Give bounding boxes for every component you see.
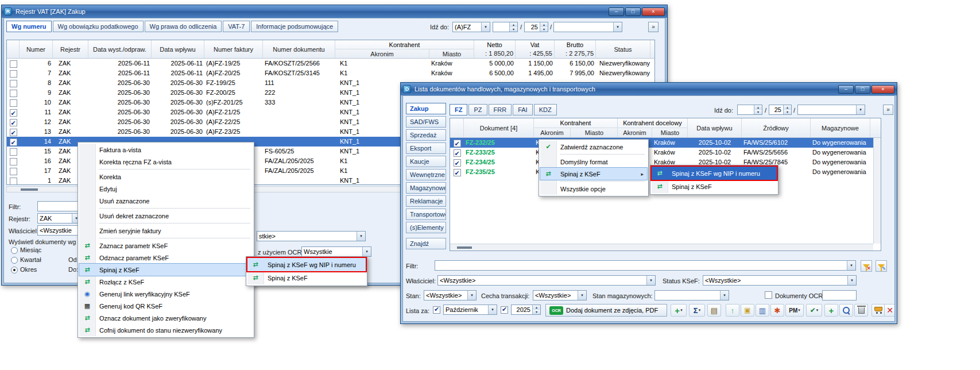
radio-okres[interactable] [11, 267, 18, 273]
stan-combo[interactable]: <Wszystkie> [424, 290, 477, 300]
sidebar-item-magazynowe[interactable]: Magazynowe [406, 182, 446, 194]
tab-vat-7[interactable]: VAT-7 [223, 21, 250, 32]
row-checkbox[interactable] [10, 129, 17, 136]
chevron-down-icon[interactable] [847, 261, 855, 270]
row-checkbox[interactable] [10, 148, 17, 156]
menu-item-edytuj[interactable]: Edytuj [79, 183, 253, 195]
menu-item-wszystkie-opcje[interactable]: Wszystkie opcje [540, 183, 647, 195]
row-checkbox[interactable] [10, 60, 17, 68]
radio-miesiac[interactable] [11, 247, 18, 254]
chevron-down-icon[interactable] [488, 305, 497, 314]
window2-titlebar[interactable]: D Lista dokumentów handlowych, magazynow… [401, 83, 897, 95]
sidebar-item-eksport[interactable]: Eksport [406, 142, 446, 154]
column-header-dokument[interactable]: Dokument [4] [464, 118, 534, 137]
tab-informacje-podsumowujące[interactable]: Informacje podsumowujące [251, 21, 338, 32]
documents-button[interactable]: ▣ [741, 304, 754, 317]
column-header-miasto[interactable]: Miasto [571, 128, 618, 137]
column-header-akronim[interactable]: Akronim [335, 49, 429, 58]
analyses-button[interactable]: ▥ [756, 304, 769, 317]
menu-item-rozłącz-z-ksef[interactable]: ⇄Rozłącz z KSeF [79, 276, 253, 288]
spinner-arrows-icon[interactable] [540, 22, 548, 32]
row-checkbox[interactable] [10, 119, 17, 126]
tab-fz[interactable]: FZ [450, 104, 467, 115]
chevron-down-icon[interactable] [720, 291, 729, 300]
spinner-arrows-icon[interactable] [532, 305, 540, 314]
sidebar-item-sad-fws[interactable]: SAD/FWS [406, 116, 446, 128]
select-column-header[interactable] [450, 118, 464, 137]
wlasciciel-combo[interactable]: <Wszystkie> [437, 275, 656, 286]
approve-button[interactable]: ✔▾ [806, 304, 822, 317]
delete-button[interactable] [854, 304, 868, 317]
row-checkbox[interactable] [454, 169, 461, 176]
menu-item-korekta[interactable]: Korekta [79, 171, 253, 183]
stan-magazynowych-combo[interactable] [654, 290, 729, 300]
cart-button[interactable] [871, 304, 885, 317]
sidebar-item-transportowe[interactable]: Transportowe [406, 209, 446, 220]
column-header-magazynowe[interactable]: Magazynowe [811, 118, 870, 137]
row-checkbox[interactable] [10, 178, 17, 185]
menu-item-zaznacz-parametr-ksef[interactable]: ⇄Zaznacz parametr KSeF [79, 240, 253, 252]
radio-kwartal[interactable] [11, 257, 18, 264]
column-header-akronim[interactable]: Akronim [534, 128, 571, 137]
menu-item-cofnij-dokument-do-stanu-niezweryfikowany[interactable]: ⇄Cofnij dokument do stanu niezweryfikowa… [79, 324, 253, 336]
spinner-arrows-icon[interactable] [509, 22, 517, 32]
month-combo[interactable]: Październik [443, 305, 497, 315]
chevron-down-icon[interactable] [357, 232, 365, 241]
menu-item-generuj-kod-qr-ksef[interactable]: ▦Generuj kod QR KSeF [79, 300, 253, 312]
per-page-spinner[interactable]: 25 [769, 105, 792, 115]
close-icon[interactable]: × [642, 7, 665, 16]
goto-number-spinner[interactable] [493, 22, 518, 32]
sidebar-item-s-elementy[interactable]: (s)Elementy [406, 222, 446, 233]
chevron-down-icon[interactable] [856, 105, 865, 114]
ocr-filter-combo[interactable]: Wszystkie [301, 246, 371, 257]
search-button[interactable] [839, 304, 853, 317]
status-ksef-combo[interactable]: <Wszystkie> [703, 275, 857, 286]
export-button[interactable]: ↑ [726, 304, 739, 317]
menu-item-faktura-a-vista[interactable]: Faktura a-vista [79, 144, 253, 156]
maximize-icon[interactable]: □ [625, 7, 641, 16]
add-from-photo-button[interactable]: OCR Dodaj dokument ze zdjęcia, PDF [545, 304, 667, 317]
chevron-down-icon[interactable] [467, 291, 476, 300]
column-header-numer-dokumentu[interactable]: Numer dokumentu [263, 40, 335, 58]
row-checkbox[interactable] [10, 158, 17, 165]
sum-button[interactable]: Σ▾ [689, 304, 705, 317]
menu-item-odznacz-parametr-ksef[interactable]: ⇄Odznacz parametr KSeF [79, 252, 253, 264]
chevron-down-icon[interactable] [646, 276, 655, 285]
column-header-miasto[interactable]: Miasto [429, 49, 474, 58]
table-row[interactable]: FZ-232/25KNTKraków2025-10-02FA/WS/25/610… [450, 138, 881, 148]
column-header-brutto[interactable]: Brutto : 2 275,75 [555, 40, 596, 58]
table-row[interactable]: 7ZAK2025-06-112025-06-11(A)FZ-20/25FA/KO… [7, 68, 654, 78]
sidebar-item-wewnętrzne[interactable]: Wewnętrzne [406, 169, 446, 180]
close-icon[interactable]: × [871, 85, 894, 94]
menu-item-spinaj-z-ksef[interactable]: ⇄Spinaj z KSeF▸ [540, 168, 647, 180]
column-header-data-wplywu[interactable]: Data wpływu [152, 40, 204, 58]
cecha-transakcji-combo[interactable]: <Wszystkie> [533, 290, 587, 300]
doc-type-combo[interactable]: (A)FZ [452, 22, 490, 32]
tab-wg-prawa-do-odliczenia[interactable]: Wg prawa do odliczenia [145, 21, 222, 32]
per-page-spinner[interactable]: 25 [524, 22, 548, 32]
month-checkbox[interactable] [433, 306, 440, 314]
table-row[interactable]: FZ-233/25KNTKraków2025-10-02FA/WS/25/565… [450, 148, 881, 157]
goto-extra-combo[interactable] [553, 22, 622, 32]
goto-number-spinner[interactable] [737, 105, 762, 115]
dokumenty-ocr-input[interactable] [822, 290, 857, 300]
goto-extra-combo[interactable] [797, 105, 865, 115]
chevron-down-icon[interactable] [613, 22, 622, 32]
column-header-vat[interactable]: Vat : 425,55 [516, 40, 555, 58]
sidebar-item-znajdź[interactable]: Znajdź [406, 238, 446, 249]
menu-item-spinaj-z-ksef[interactable]: ⇄Spinaj z KSeF▸ [79, 264, 253, 276]
chevron-down-icon[interactable] [847, 276, 856, 285]
menu-item-spinaj-z-ksef[interactable]: ⇄Spinaj z KSeF [652, 180, 777, 193]
spinner-arrows-icon[interactable] [783, 105, 791, 114]
kontrahent-group-header[interactable]: Kontrahent Akronim Miasto [335, 40, 474, 58]
new-document-button[interactable]: + [824, 304, 838, 317]
tab-fai[interactable]: FAI [513, 104, 533, 115]
year-checkbox[interactable] [501, 306, 508, 314]
maximize-icon[interactable]: □ [855, 85, 870, 94]
row-checkbox[interactable] [10, 80, 17, 87]
vat-table-header[interactable]: Numer Rejestr Data wyst./odpraw. Data wp… [7, 40, 654, 59]
table-row[interactable]: 6ZAK2025-06-112025-06-11(A)FZ-19/25FA/KO… [7, 59, 654, 68]
row-checkbox[interactable] [10, 168, 17, 175]
spinner-arrows-icon[interactable] [754, 105, 762, 114]
double-arrow-button[interactable] [648, 22, 659, 32]
